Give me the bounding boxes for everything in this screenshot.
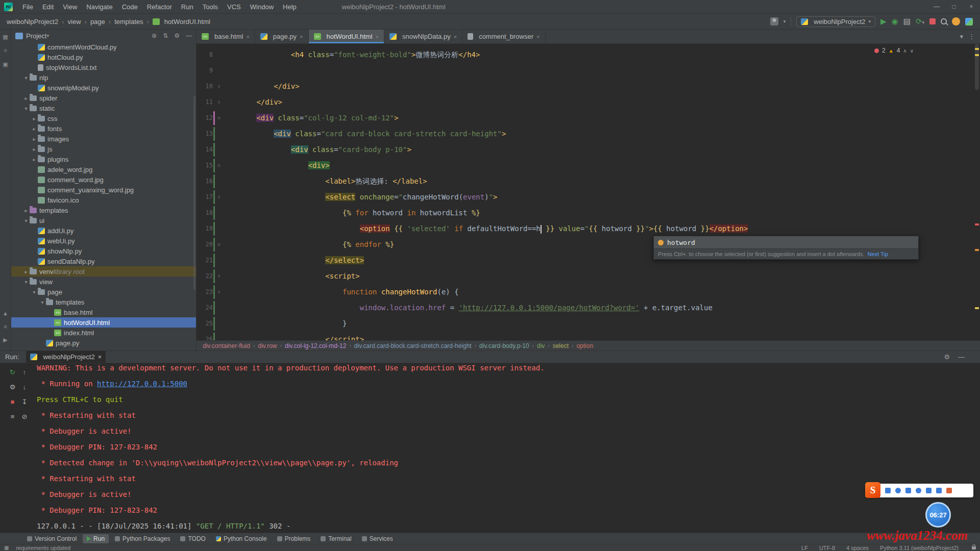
toolwindow-python-packages[interactable]: Python Packages xyxy=(111,534,174,543)
stop-icon[interactable]: ■ xyxy=(11,398,15,406)
problems-stripe-icon[interactable]: ▲ xyxy=(3,310,8,316)
tree-item[interactable]: ▾nlp xyxy=(11,72,196,83)
rerun-button[interactable]: ⟳▾ xyxy=(916,17,924,26)
fold-icon[interactable]: ∨ xyxy=(216,79,222,94)
menu-view[interactable]: View xyxy=(58,0,82,14)
breadcrumb-tag[interactable]: div.col-lg-12.col-md-12 xyxy=(285,342,347,349)
breadcrumb-tag[interactable]: div.row xyxy=(258,342,277,349)
tree-item[interactable]: comment_yuanxing_word.jpg xyxy=(11,185,196,195)
status-segment[interactable]: UTF-8 xyxy=(819,545,835,551)
inspections-widget[interactable]: 2 ▲4 ∧ ∨ xyxy=(874,47,914,54)
toolwindow-python-console[interactable]: Python Console xyxy=(212,534,271,543)
chevron-down-icon[interactable]: ▾ xyxy=(22,218,30,223)
tree-item[interactable]: ▸plugins xyxy=(11,154,196,164)
tool-window-switcher-icon[interactable]: ▦ xyxy=(4,545,9,550)
hide-panel-icon[interactable]: — xyxy=(186,32,192,39)
menu-refactor[interactable]: Refactor xyxy=(142,0,177,14)
scrollbar[interactable] xyxy=(193,96,195,290)
coverage-button[interactable]: ▤ xyxy=(903,17,911,26)
breadcrumb-item[interactable]: view xyxy=(66,17,83,27)
user-icon[interactable] xyxy=(770,17,778,26)
up-stack-icon[interactable]: ↑ xyxy=(23,368,27,376)
console-link[interactable]: http://127.0.0.1:5000 xyxy=(97,380,187,388)
expand-collapse-icon[interactable]: ⇅ xyxy=(163,32,168,39)
tree-item[interactable]: ▸spider xyxy=(11,93,196,103)
recorder-camera-icon[interactable] xyxy=(916,488,921,493)
tree-item[interactable]: comment_word.jpg xyxy=(11,174,196,185)
chevron-down-icon[interactable]: ▾ xyxy=(39,299,46,305)
chevron-right-icon[interactable]: ▸ xyxy=(31,116,38,121)
tree-item[interactable]: sendDataNlp.py xyxy=(11,256,196,266)
search-everywhere-icon[interactable] xyxy=(941,18,947,24)
tree-item[interactable]: ▸fonts xyxy=(11,123,196,134)
tree-item[interactable]: snownlpModel.py xyxy=(11,83,196,93)
layout-icon[interactable]: ≡ xyxy=(11,413,15,420)
menu-file[interactable]: File xyxy=(18,0,38,14)
fold-icon[interactable]: ∨ xyxy=(216,284,222,300)
recorder-text-icon[interactable] xyxy=(926,488,932,493)
fold-icon[interactable]: ⊟ xyxy=(216,158,222,173)
tree-item[interactable]: <>base.html xyxy=(11,307,196,317)
locate-file-icon[interactable]: ⊕ xyxy=(152,32,157,39)
fold-icon[interactable]: ⊟ xyxy=(216,237,222,253)
tab-list-icon[interactable]: ▾ xyxy=(960,33,963,40)
settings-gear-icon[interactable]: ⚙ xyxy=(174,32,180,39)
todo-stripe-icon[interactable]: ≡ xyxy=(4,323,7,330)
menu-run[interactable]: Run xyxy=(177,0,198,14)
tree-item[interactable]: ▾ui xyxy=(11,215,196,226)
menu-navigate[interactable]: Navigate xyxy=(82,0,117,14)
tree-item[interactable]: ▾page xyxy=(11,287,196,297)
tree-item[interactable]: favicon.ico xyxy=(11,195,196,205)
fold-icon[interactable]: ∨ xyxy=(216,268,222,284)
menu-edit[interactable]: Edit xyxy=(38,0,58,14)
chevron-right-icon[interactable]: ▸ xyxy=(31,146,38,152)
status-message[interactable]: requirements updated xyxy=(16,545,70,551)
close-icon[interactable]: × xyxy=(300,34,303,40)
stop-button[interactable] xyxy=(929,18,936,24)
tree-item[interactable]: webUi.py xyxy=(11,236,196,246)
debug-button[interactable]: ◉ xyxy=(892,17,898,26)
maximize-button[interactable]: □ xyxy=(945,0,963,13)
completion-item[interactable]: hotword xyxy=(654,236,918,248)
close-icon[interactable]: × xyxy=(246,34,249,40)
tree-item[interactable]: ▾templates xyxy=(11,297,196,307)
menu-tools[interactable]: Tools xyxy=(198,0,223,14)
run-config-select[interactable]: weiboNlpProject2 ▾ xyxy=(796,16,875,27)
console-output[interactable]: WARNING: This is a development server. D… xyxy=(37,363,980,533)
recorder-record-icon[interactable] xyxy=(895,488,901,493)
bookmarks-stripe-icon[interactable]: ▣ xyxy=(3,61,8,68)
recorder-pen-icon[interactable] xyxy=(946,488,952,493)
tree-item[interactable]: ▸js xyxy=(11,144,196,154)
toolwindow-terminal[interactable]: Terminal xyxy=(316,534,355,543)
prev-problem-icon[interactable]: ∧ xyxy=(903,48,906,54)
tree-item[interactable]: addUi.py xyxy=(11,226,196,236)
structure-stripe-icon[interactable]: ⌗ xyxy=(4,47,7,54)
wrench-icon[interactable]: ⚙ xyxy=(10,383,16,391)
tab-comment_browser[interactable]: comment_browser× xyxy=(462,30,545,43)
toolwindow-todo[interactable]: TODO xyxy=(176,534,209,543)
error-stripe[interactable] xyxy=(974,44,980,340)
console-tab[interactable]: weiboNlpProject2 × xyxy=(26,351,106,363)
breadcrumb-tag[interactable]: div.card-body.p-10 xyxy=(479,342,529,349)
tree-item[interactable]: <>hotWordUI.html xyxy=(11,317,196,328)
chevron-right-icon[interactable]: ▸ xyxy=(31,126,38,132)
menu-vcs[interactable]: VCS xyxy=(223,0,246,14)
close-icon[interactable]: × xyxy=(98,353,102,361)
run-stripe-icon[interactable]: ▶ xyxy=(3,337,7,343)
plugin-shield-icon[interactable] xyxy=(965,18,973,26)
tree-item[interactable]: hotCloud.py xyxy=(11,52,196,62)
breadcrumb-item[interactable]: templates xyxy=(113,17,144,27)
tree-item[interactable]: adele_word.jpg xyxy=(11,164,196,174)
next-tip-link[interactable]: Next Tip xyxy=(867,251,888,257)
recorder-logo-icon[interactable]: S xyxy=(865,482,880,498)
tree-item[interactable]: ▸templates xyxy=(11,205,196,215)
tree-item[interactable]: <>index.html xyxy=(11,328,196,338)
chevron-right-icon[interactable]: ▸ xyxy=(22,208,30,213)
next-problem-icon[interactable]: ∨ xyxy=(910,48,914,54)
breadcrumb-tag[interactable]: div xyxy=(537,342,545,349)
menu-help[interactable]: Help xyxy=(278,0,301,14)
close-icon[interactable]: × xyxy=(536,34,540,40)
down-stack-icon[interactable]: ↓ xyxy=(23,383,27,391)
chevron-down-icon[interactable]: ▾ xyxy=(22,279,30,285)
project-panel-title[interactable]: Project xyxy=(26,32,46,40)
